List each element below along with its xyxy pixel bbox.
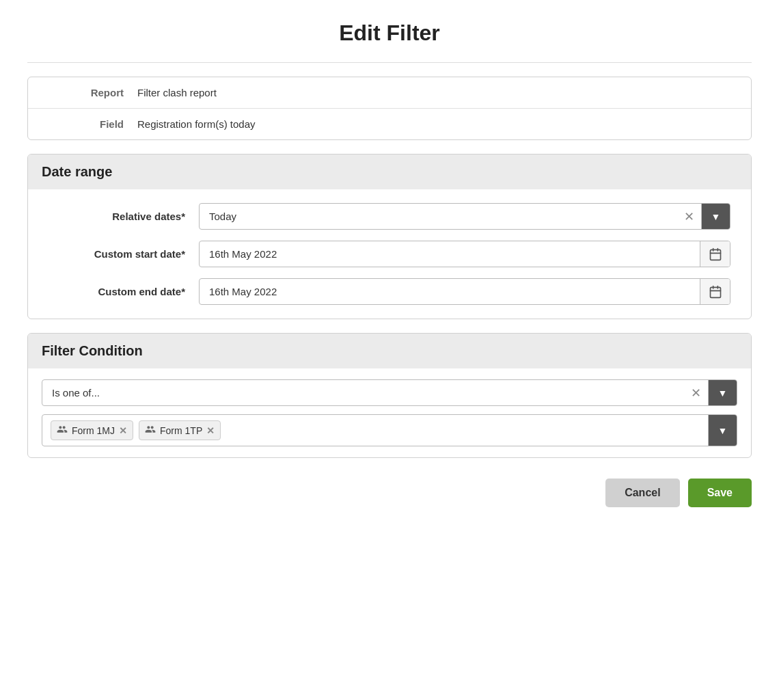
tags-area[interactable]: Form 1MJ ✕ Form 1TP ✕ ▼ <box>42 414 737 446</box>
relative-dates-label: Relative dates* <box>49 211 185 222</box>
field-label: Field <box>42 118 124 130</box>
svg-rect-4 <box>710 287 720 297</box>
custom-start-date-input[interactable]: 16th May 2022 <box>199 241 730 267</box>
custom-start-date-value: 16th May 2022 <box>200 241 700 267</box>
custom-start-date-label: Custom start date* <box>49 248 185 260</box>
tags-dropdown-icon[interactable]: ▼ <box>708 415 737 446</box>
action-buttons: Cancel Save <box>27 479 752 507</box>
form-1mj-label: Form 1MJ <box>72 425 115 436</box>
page-title: Edit Filter <box>27 21 752 46</box>
date-range-body: Relative dates* Today ✕ ▼ Custom start d… <box>28 189 751 319</box>
info-row-field: Field Registration form(s) today <box>28 109 751 139</box>
field-value: Registration form(s) today <box>137 118 256 130</box>
condition-dropdown-icon[interactable]: ▼ <box>708 380 737 405</box>
filter-condition-body: Is one of... ✕ ▼ Form 1MJ ✕ <box>28 368 751 457</box>
tag-form-1tp: Form 1TP ✕ <box>139 420 221 440</box>
relative-dates-row: Relative dates* Today ✕ ▼ <box>49 203 730 230</box>
report-label: Report <box>42 87 124 98</box>
main-container: Report Filter clash report Field Registr… <box>27 77 752 507</box>
date-range-section: Date range Relative dates* Today ✕ ▼ Cus… <box>27 154 752 319</box>
condition-clear-icon[interactable]: ✕ <box>684 380 708 405</box>
tag-form-1mj: Form 1MJ ✕ <box>51 420 133 440</box>
report-value: Filter clash report <box>137 87 217 98</box>
custom-end-date-input[interactable]: 16th May 2022 <box>199 278 730 305</box>
info-card: Report Filter clash report Field Registr… <box>27 77 752 140</box>
filter-condition-heading: Filter Condition <box>28 334 751 368</box>
filter-condition-section: Filter Condition Is one of... ✕ ▼ <box>27 333 752 458</box>
relative-dates-value: Today <box>200 204 677 229</box>
form-1tp-icon <box>145 424 156 437</box>
save-button[interactable]: Save <box>688 479 752 507</box>
custom-end-date-value: 16th May 2022 <box>200 279 700 304</box>
form-1mj-icon <box>57 424 68 437</box>
svg-rect-0 <box>710 250 720 260</box>
tags-inner: Form 1MJ ✕ Form 1TP ✕ <box>42 415 708 446</box>
relative-dates-clear-icon[interactable]: ✕ <box>677 204 701 229</box>
date-range-heading: Date range <box>28 154 751 189</box>
custom-start-date-calendar-icon[interactable] <box>700 241 730 267</box>
relative-dates-dropdown-icon[interactable]: ▼ <box>701 204 730 229</box>
cancel-button[interactable]: Cancel <box>605 479 679 507</box>
condition-value: Is one of... <box>42 380 684 405</box>
form-1tp-label: Form 1TP <box>160 425 202 436</box>
custom-start-date-row: Custom start date* 16th May 2022 <box>49 241 730 267</box>
info-row-report: Report Filter clash report <box>28 77 751 109</box>
custom-end-date-label: Custom end date* <box>49 286 185 297</box>
form-1tp-remove-icon[interactable]: ✕ <box>206 425 215 436</box>
relative-dates-select[interactable]: Today ✕ ▼ <box>199 203 730 230</box>
custom-end-date-row: Custom end date* 16th May 2022 <box>49 278 730 305</box>
condition-select[interactable]: Is one of... ✕ ▼ <box>42 379 737 406</box>
custom-end-date-calendar-icon[interactable] <box>700 279 730 304</box>
form-1mj-remove-icon[interactable]: ✕ <box>119 425 127 436</box>
